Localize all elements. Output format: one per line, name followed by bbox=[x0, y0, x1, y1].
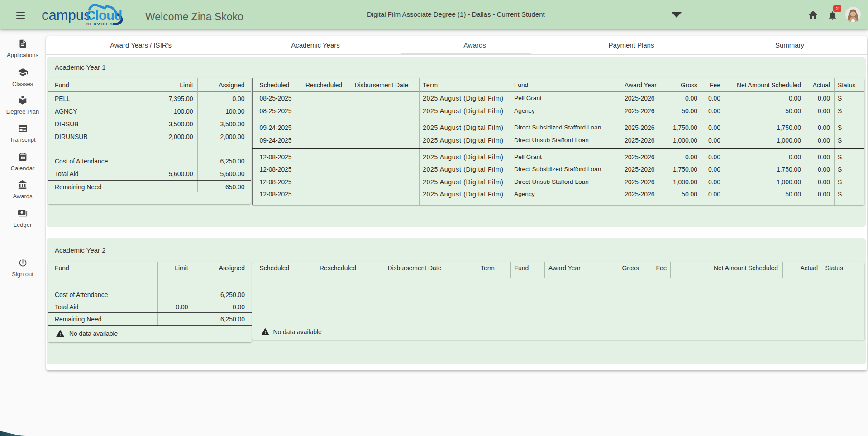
svg-text:Cloud: Cloud bbox=[86, 8, 122, 23]
svg-text:SERVICES: SERVICES bbox=[86, 21, 113, 26]
svg-text:campus: campus bbox=[42, 7, 91, 23]
